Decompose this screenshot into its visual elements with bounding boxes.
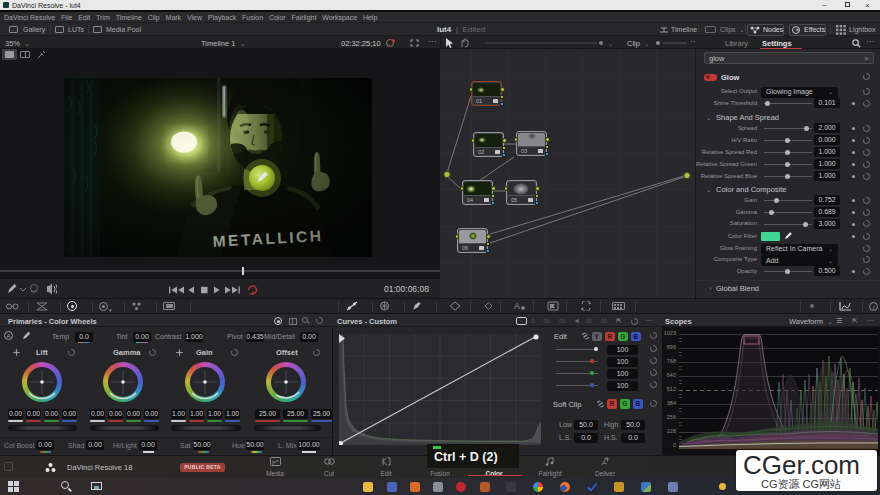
svg-text:A: A (514, 301, 520, 311)
